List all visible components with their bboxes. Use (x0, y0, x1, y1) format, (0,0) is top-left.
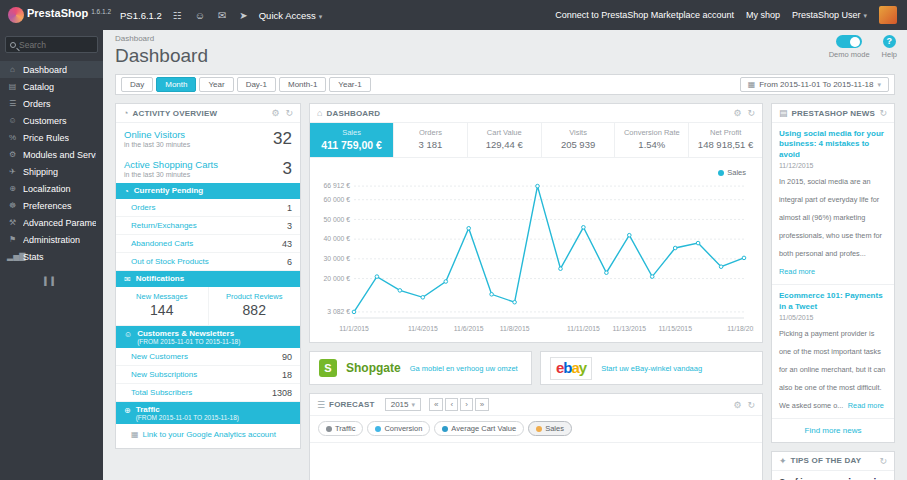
product-reviews-cell[interactable]: Product Reviews 882 (209, 287, 301, 325)
topbar-right: Connect to PrestaShop Marketplace accoun… (555, 6, 897, 24)
abandoned-carts-link[interactable]: Abandoned Carts (131, 239, 282, 248)
prev-year-button[interactable]: ‹ (445, 398, 458, 411)
gear-icon[interactable]: ⚙ (271, 108, 279, 118)
kpi-tab-visits[interactable]: Visits 205 939 (542, 123, 616, 157)
refresh-icon[interactable]: ↻ (747, 400, 755, 410)
chart-legend[interactable]: Sales (718, 168, 746, 177)
new-customers-row: New Customers 90 (116, 348, 300, 366)
filter-day-button[interactable]: Day (121, 77, 153, 92)
svg-text:11/4/2015: 11/4/2015 (408, 325, 438, 332)
new-messages-cell[interactable]: New Messages 144 (116, 287, 209, 325)
sidebar-item-price-rules[interactable]: % Price Rules (0, 129, 103, 146)
total-subscribers-link[interactable]: Total Subscribers (131, 388, 272, 397)
shopgate-promo[interactable]: S Shopgate Ga mobiel en verhoog uw omzet (309, 351, 532, 385)
find-more-news-link[interactable]: Find more news (772, 419, 894, 442)
refresh-icon[interactable]: ↻ (879, 108, 887, 118)
sidebar-item-localization[interactable]: ⊕ Localization (0, 180, 103, 197)
sidebar-item-modules[interactable]: ⚙ Modules and Services (0, 146, 103, 163)
online-visitors-link[interactable]: Online Visitors (124, 129, 273, 140)
first-year-button[interactable]: « (429, 398, 443, 411)
kpi-tab-orders[interactable]: Orders 3 181 (394, 123, 468, 157)
sidebar-item-advanced-parameters[interactable]: ⚒ Advanced Parameters (0, 214, 103, 231)
sidebar-item-shipping[interactable]: ✈ Shipping (0, 163, 103, 180)
news-date: 11/12/2015 (779, 162, 887, 169)
shopgate-logo: Shopgate (346, 361, 401, 375)
sidebar-item-customers[interactable]: ☺ Customers (0, 112, 103, 129)
help-icon[interactable] (883, 35, 896, 48)
prestashop-logo[interactable]: PrestaShop 1.6.1.2 (8, 7, 111, 23)
kpi-tab-sales[interactable]: Sales 411 759,00 € (310, 123, 394, 157)
marketplace-link[interactable]: Connect to PrestaShop Marketplace accoun… (555, 10, 734, 20)
date-range-button[interactable]: ▦ From 2015-11-01 To 2015-11-18 (740, 77, 889, 92)
next-year-button[interactable]: › (460, 398, 473, 411)
refresh-icon[interactable]: ↻ (879, 456, 887, 466)
kpi-tab-conversion-rate[interactable]: Conversion Rate 1.54% (615, 123, 689, 157)
customers-icon[interactable]: ☺ (193, 10, 207, 21)
activity-overview-panel: ◔ ACTIVITY OVERVIEW ⚙ ↻ Online Visitors … (115, 103, 301, 449)
forecast-legend-average-cart-value[interactable]: Average Cart Value (434, 421, 524, 436)
catalog-icon: ▤ (7, 82, 18, 91)
forecast-legend-traffic[interactable]: Traffic (318, 421, 363, 436)
sidebar-item-dashboard[interactable]: ⌂ Dashboard (0, 61, 103, 78)
forecast-legend-sales[interactable]: Sales (528, 421, 572, 436)
forecast-nav: « ‹ › » (429, 398, 489, 411)
sidebar-item-catalog[interactable]: ▤ Catalog (0, 78, 103, 95)
news-title-link[interactable]: Ecommerce 101: Payments in a Tweet (779, 291, 887, 312)
news-item: Ecommerce 101: Payments in a Tweet 11/05… (772, 285, 894, 419)
active-carts-link[interactable]: Active Shopping Carts (124, 159, 283, 170)
ebay-link[interactable]: Start uw eBay-winkel vandaag (601, 364, 702, 373)
sidebar-collapse-button[interactable]: ▍▍ (0, 277, 103, 286)
notifications-header: ✉ Notifications (116, 271, 300, 287)
read-more-link[interactable]: Read more (848, 401, 884, 410)
filter-year-button[interactable]: Year (199, 77, 233, 92)
out-of-stock-link[interactable]: Out of Stock Products (131, 257, 287, 266)
modules-icon: ⚙ (7, 150, 18, 159)
last-year-button[interactable]: » (475, 398, 489, 411)
gear-icon[interactable]: ⚙ (733, 400, 741, 410)
gear-icon[interactable]: ⚙ (733, 108, 741, 118)
user-menu[interactable]: PrestaShop User (792, 10, 867, 20)
avatar[interactable] (879, 6, 897, 24)
demo-mode-toggle[interactable] (836, 35, 862, 48)
forecast-legend-conversion[interactable]: Conversion (367, 421, 430, 436)
new-customers-link[interactable]: New Customers (131, 352, 282, 361)
google-analytics-link[interactable]: ▦ Link to your Google Analytics account (116, 424, 300, 448)
store-icon[interactable]: ☷ (171, 10, 184, 21)
breadcrumb[interactable]: Dashboard (115, 34, 895, 43)
filter-day-1-button[interactable]: Day-1 (237, 77, 276, 92)
filter-month-button[interactable]: Month (156, 77, 196, 92)
total-subscribers-row: Total Subscribers 1308 (116, 384, 300, 402)
news-panel-header: ▤ PRESTASHOP NEWS ↻ (772, 104, 894, 123)
svg-text:50 000 €: 50 000 € (324, 216, 351, 223)
shopgate-link[interactable]: Ga mobiel en verhoog uw omzet (410, 364, 518, 373)
my-shop-link[interactable]: My shop (746, 10, 780, 20)
filter-month-1-button[interactable]: Month-1 (279, 77, 326, 92)
new-subscriptions-link[interactable]: New Subscriptions (131, 370, 282, 379)
forecast-year-select[interactable]: 2015 (385, 398, 421, 411)
kpi-tab-net-profit[interactable]: Net Profit 148 918,51 € (689, 123, 762, 157)
quick-access-button[interactable]: Quick Access (259, 10, 323, 21)
svg-text:11/6/2015: 11/6/2015 (454, 325, 484, 332)
news-title-link[interactable]: Using social media for your business: 4 … (779, 129, 887, 160)
svg-text:11/8/2015: 11/8/2015 (500, 325, 530, 332)
sidebar-item-preferences[interactable]: ☸ Preferences (0, 197, 103, 214)
svg-text:66 912 €: 66 912 € (324, 182, 351, 189)
tips-headline-row: Geef je Sales in het buitenland een Boos… (772, 471, 894, 480)
legend-dot (718, 170, 724, 176)
messages-icon[interactable]: ✉ (216, 10, 228, 21)
read-more-link[interactable]: Read more (779, 267, 815, 276)
pending-orders-link[interactable]: Orders (131, 203, 287, 212)
rocket-icon[interactable]: ➤ (237, 10, 249, 21)
preferences-icon: ☸ (7, 201, 18, 210)
sidebar-item-administration[interactable]: ⚑ Administration (0, 231, 103, 248)
refresh-icon[interactable]: ↻ (747, 108, 755, 118)
sidebar-item-stats[interactable]: ▂▅▇ Stats (0, 248, 103, 265)
demo-mode-label: Demo mode (829, 50, 870, 59)
search-input[interactable] (19, 40, 93, 50)
ebay-promo[interactable]: ebay Start uw eBay-winkel vandaag (540, 351, 763, 385)
filter-year-1-button[interactable]: Year-1 (329, 77, 370, 92)
kpi-tab-cart-value[interactable]: Cart Value 129,44 € (468, 123, 542, 157)
return-exchanges-link[interactable]: Return/Exchanges (131, 221, 287, 230)
refresh-icon[interactable]: ↻ (285, 108, 293, 118)
sidebar-item-orders[interactable]: ☰ Orders (0, 95, 103, 112)
